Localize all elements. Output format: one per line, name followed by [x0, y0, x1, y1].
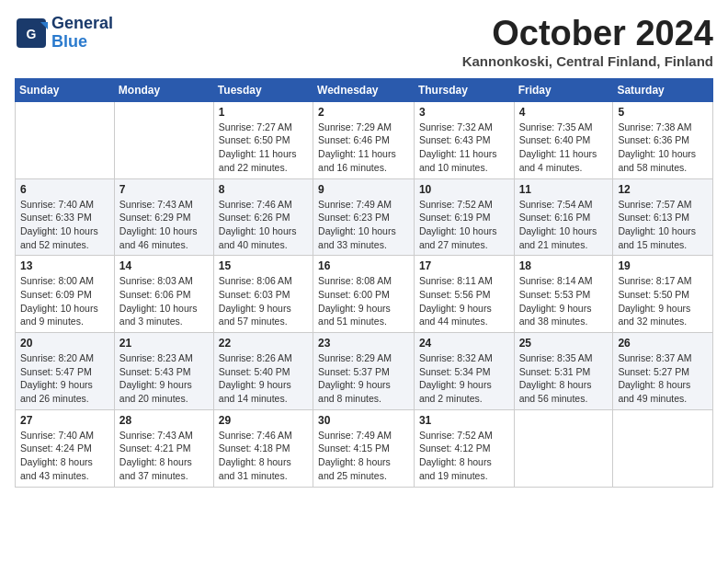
day-content: Sunrise: 7:46 AM Sunset: 4:18 PM Dayligh… — [219, 429, 308, 483]
weekday-header: Friday — [514, 78, 613, 101]
day-content: Sunrise: 7:52 AM Sunset: 6:19 PM Dayligh… — [419, 198, 509, 252]
calendar-cell: 3Sunrise: 7:32 AM Sunset: 6:43 PM Daylig… — [414, 101, 514, 178]
day-number: 20 — [20, 337, 109, 350]
day-number: 13 — [20, 259, 109, 272]
location: Kannonkoski, Central Finland, Finland — [462, 53, 713, 69]
calendar-cell: 19Sunrise: 8:17 AM Sunset: 5:50 PM Dayli… — [613, 256, 713, 333]
day-content: Sunrise: 7:46 AM Sunset: 6:26 PM Dayligh… — [219, 198, 308, 252]
calendar-cell: 30Sunrise: 7:49 AM Sunset: 4:15 PM Dayli… — [313, 409, 415, 487]
calendar-cell: 25Sunrise: 8:35 AM Sunset: 5:31 PM Dayli… — [514, 333, 613, 410]
calendar-cell — [613, 409, 713, 487]
day-number: 27 — [20, 414, 109, 427]
day-content: Sunrise: 7:43 AM Sunset: 4:21 PM Dayligh… — [119, 429, 209, 483]
weekday-header: Wednesday — [313, 78, 415, 101]
calendar-cell: 1Sunrise: 7:27 AM Sunset: 6:50 PM Daylig… — [213, 101, 313, 178]
day-content: Sunrise: 7:49 AM Sunset: 6:23 PM Dayligh… — [318, 198, 409, 252]
calendar-week-row: 13Sunrise: 8:00 AM Sunset: 6:09 PM Dayli… — [16, 256, 713, 333]
calendar-cell: 8Sunrise: 7:46 AM Sunset: 6:26 PM Daylig… — [213, 178, 313, 256]
weekday-header: Thursday — [414, 78, 514, 101]
day-number: 17 — [419, 259, 509, 272]
weekday-header: Sunday — [16, 78, 115, 101]
svg-text:G: G — [27, 27, 37, 41]
calendar-cell: 7Sunrise: 7:43 AM Sunset: 6:29 PM Daylig… — [114, 178, 213, 256]
day-content: Sunrise: 8:03 AM Sunset: 6:06 PM Dayligh… — [119, 274, 209, 328]
day-content: Sunrise: 7:52 AM Sunset: 4:12 PM Dayligh… — [419, 429, 509, 483]
calendar-cell — [114, 101, 213, 178]
month-title: October 2024 — [462, 15, 713, 53]
calendar-cell: 15Sunrise: 8:06 AM Sunset: 6:03 PM Dayli… — [213, 256, 313, 333]
day-number: 9 — [318, 183, 409, 196]
day-content: Sunrise: 7:38 AM Sunset: 6:36 PM Dayligh… — [618, 121, 708, 175]
calendar-cell: 10Sunrise: 7:52 AM Sunset: 6:19 PM Dayli… — [414, 178, 514, 256]
day-number: 12 — [618, 183, 708, 196]
day-content: Sunrise: 8:14 AM Sunset: 5:53 PM Dayligh… — [519, 274, 609, 328]
calendar-cell: 16Sunrise: 8:08 AM Sunset: 6:00 PM Dayli… — [313, 256, 415, 333]
calendar-cell: 24Sunrise: 8:32 AM Sunset: 5:34 PM Dayli… — [414, 333, 514, 410]
day-number: 10 — [419, 183, 509, 196]
day-number: 16 — [318, 259, 409, 272]
day-content: Sunrise: 8:17 AM Sunset: 5:50 PM Dayligh… — [618, 274, 708, 328]
day-number: 5 — [618, 106, 708, 119]
logo-general: General — [51, 15, 113, 33]
calendar-cell — [16, 101, 115, 178]
calendar-cell: 2Sunrise: 7:29 AM Sunset: 6:46 PM Daylig… — [313, 101, 415, 178]
day-content: Sunrise: 8:37 AM Sunset: 5:27 PM Dayligh… — [618, 351, 708, 406]
calendar-cell: 17Sunrise: 8:11 AM Sunset: 5:56 PM Dayli… — [414, 256, 514, 333]
day-content: Sunrise: 7:49 AM Sunset: 4:15 PM Dayligh… — [318, 429, 409, 483]
day-content: Sunrise: 7:35 AM Sunset: 6:40 PM Dayligh… — [519, 121, 609, 175]
day-content: Sunrise: 8:06 AM Sunset: 6:03 PM Dayligh… — [219, 274, 308, 328]
calendar-cell: 22Sunrise: 8:26 AM Sunset: 5:40 PM Dayli… — [213, 333, 313, 410]
weekday-header-row: SundayMondayTuesdayWednesdayThursdayFrid… — [16, 78, 713, 101]
title-area: October 2024 Kannonkoski, Central Finlan… — [462, 15, 713, 69]
day-number: 8 — [219, 183, 308, 196]
day-number: 4 — [519, 106, 609, 119]
day-content: Sunrise: 8:35 AM Sunset: 5:31 PM Dayligh… — [519, 351, 609, 406]
day-content: Sunrise: 8:23 AM Sunset: 5:43 PM Dayligh… — [119, 351, 209, 406]
calendar-cell: 6Sunrise: 7:40 AM Sunset: 6:33 PM Daylig… — [16, 178, 115, 256]
calendar-cell: 20Sunrise: 8:20 AM Sunset: 5:47 PM Dayli… — [16, 333, 115, 410]
calendar-cell: 11Sunrise: 7:54 AM Sunset: 6:16 PM Dayli… — [514, 178, 613, 256]
day-number: 11 — [519, 183, 609, 196]
logo: G General Blue — [15, 15, 113, 52]
day-content: Sunrise: 7:57 AM Sunset: 6:13 PM Dayligh… — [618, 198, 708, 252]
calendar-cell: 12Sunrise: 7:57 AM Sunset: 6:13 PM Dayli… — [613, 178, 713, 256]
weekday-header: Saturday — [613, 78, 713, 101]
calendar-cell: 4Sunrise: 7:35 AM Sunset: 6:40 PM Daylig… — [514, 101, 613, 178]
calendar-week-row: 6Sunrise: 7:40 AM Sunset: 6:33 PM Daylig… — [16, 178, 713, 256]
day-number: 1 — [219, 106, 308, 119]
day-content: Sunrise: 8:00 AM Sunset: 6:09 PM Dayligh… — [20, 274, 109, 328]
calendar-cell: 26Sunrise: 8:37 AM Sunset: 5:27 PM Dayli… — [613, 333, 713, 410]
day-number: 25 — [519, 337, 609, 350]
logo-icon: G — [15, 17, 48, 50]
day-number: 7 — [119, 183, 209, 196]
day-content: Sunrise: 8:29 AM Sunset: 5:37 PM Dayligh… — [318, 351, 409, 406]
day-number: 15 — [219, 259, 308, 272]
calendar-cell: 23Sunrise: 8:29 AM Sunset: 5:37 PM Dayli… — [313, 333, 415, 410]
day-number: 14 — [119, 259, 209, 272]
day-content: Sunrise: 8:20 AM Sunset: 5:47 PM Dayligh… — [20, 351, 109, 406]
day-number: 18 — [519, 259, 609, 272]
calendar-cell: 13Sunrise: 8:00 AM Sunset: 6:09 PM Dayli… — [16, 256, 115, 333]
day-number: 2 — [318, 106, 409, 119]
calendar-week-row: 20Sunrise: 8:20 AM Sunset: 5:47 PM Dayli… — [16, 333, 713, 410]
day-content: Sunrise: 8:32 AM Sunset: 5:34 PM Dayligh… — [419, 351, 509, 406]
day-content: Sunrise: 7:40 AM Sunset: 4:24 PM Dayligh… — [20, 429, 109, 483]
calendar-cell — [514, 409, 613, 487]
header: G General Blue October 2024 Kannonkoski,… — [15, 15, 713, 69]
day-number: 3 — [419, 106, 509, 119]
calendar-cell: 27Sunrise: 7:40 AM Sunset: 4:24 PM Dayli… — [16, 409, 115, 487]
calendar-cell: 9Sunrise: 7:49 AM Sunset: 6:23 PM Daylig… — [313, 178, 415, 256]
calendar-cell: 31Sunrise: 7:52 AM Sunset: 4:12 PM Dayli… — [414, 409, 514, 487]
logo-blue: Blue — [51, 33, 113, 52]
weekday-header: Monday — [114, 78, 213, 101]
calendar-cell: 5Sunrise: 7:38 AM Sunset: 6:36 PM Daylig… — [613, 101, 713, 178]
day-number: 30 — [318, 414, 409, 427]
day-number: 26 — [618, 337, 708, 350]
calendar-cell: 14Sunrise: 8:03 AM Sunset: 6:06 PM Dayli… — [114, 256, 213, 333]
calendar-week-row: 1Sunrise: 7:27 AM Sunset: 6:50 PM Daylig… — [16, 101, 713, 178]
day-number: 29 — [219, 414, 308, 427]
calendar-cell: 28Sunrise: 7:43 AM Sunset: 4:21 PM Dayli… — [114, 409, 213, 487]
day-content: Sunrise: 7:54 AM Sunset: 6:16 PM Dayligh… — [519, 198, 609, 252]
day-content: Sunrise: 7:40 AM Sunset: 6:33 PM Dayligh… — [20, 198, 109, 252]
day-content: Sunrise: 7:29 AM Sunset: 6:46 PM Dayligh… — [318, 121, 409, 175]
